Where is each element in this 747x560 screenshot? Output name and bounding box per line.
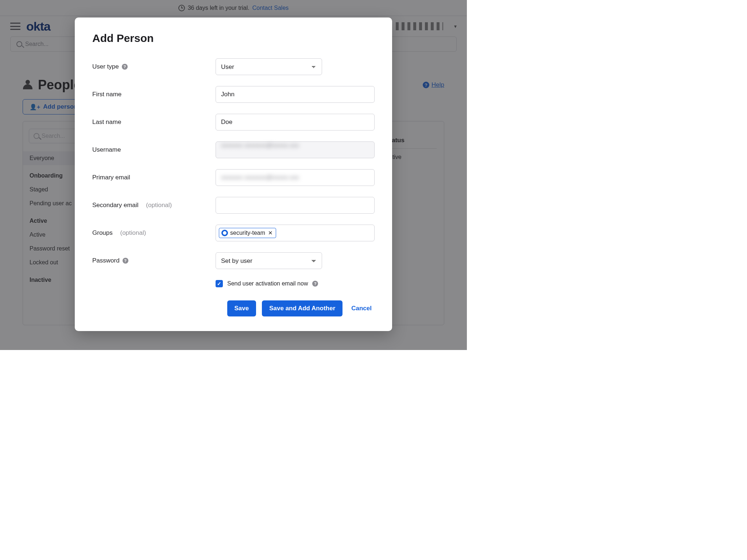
label-secondary-email: Secondary email (optional): [92, 202, 216, 209]
modal-title: Add Person: [92, 32, 375, 44]
group-chip-label: security-team: [230, 230, 265, 236]
secondary-email-input[interactable]: [216, 197, 375, 214]
username-input[interactable]: xxxxxxx xxxxxxx@xxxxx.xxx: [216, 141, 375, 158]
last-name-input[interactable]: [216, 114, 375, 131]
cancel-button[interactable]: Cancel: [348, 300, 375, 316]
label-username: Username: [92, 146, 216, 153]
modal-button-row: Save Save and Add Another Cancel: [92, 300, 375, 316]
label-first-name: First name: [92, 91, 216, 98]
remove-chip-icon[interactable]: ✕: [268, 230, 273, 236]
label-user-type: User type ?: [92, 63, 216, 70]
label-password: Password ?: [92, 257, 216, 264]
activation-label: Send user activation email now: [227, 280, 308, 287]
user-type-select[interactable]: User: [216, 58, 322, 75]
label-last-name: Last name: [92, 118, 216, 126]
label-primary-email: Primary email: [92, 174, 216, 181]
primary-email-masked: xxxxxxx xxxxxxx@xxxxx.xxx: [221, 174, 299, 181]
groups-input[interactable]: security-team ✕: [216, 225, 375, 241]
password-select[interactable]: Set by user: [216, 252, 322, 269]
okta-group-icon: [221, 230, 228, 236]
help-icon[interactable]: ?: [123, 258, 128, 264]
add-person-modal: Add Person User type ? User First name L…: [75, 18, 392, 331]
modal-overlay: Add Person User type ? User First name L…: [0, 0, 467, 350]
primary-email-input[interactable]: xxxxxxx xxxxxxx@xxxxx.xxx: [216, 169, 375, 186]
save-button[interactable]: Save: [227, 300, 256, 316]
activation-email-row[interactable]: Send user activation email now ?: [216, 280, 375, 287]
first-name-input[interactable]: [216, 86, 375, 103]
group-chip: security-team ✕: [219, 228, 276, 238]
label-groups: Groups (optional): [92, 229, 216, 237]
activation-checkbox[interactable]: [216, 280, 223, 287]
save-and-add-another-button[interactable]: Save and Add Another: [262, 300, 342, 316]
help-icon[interactable]: ?: [312, 281, 318, 287]
help-icon[interactable]: ?: [122, 64, 128, 70]
username-masked: xxxxxxx xxxxxxx@xxxxx.xxx: [221, 142, 299, 149]
